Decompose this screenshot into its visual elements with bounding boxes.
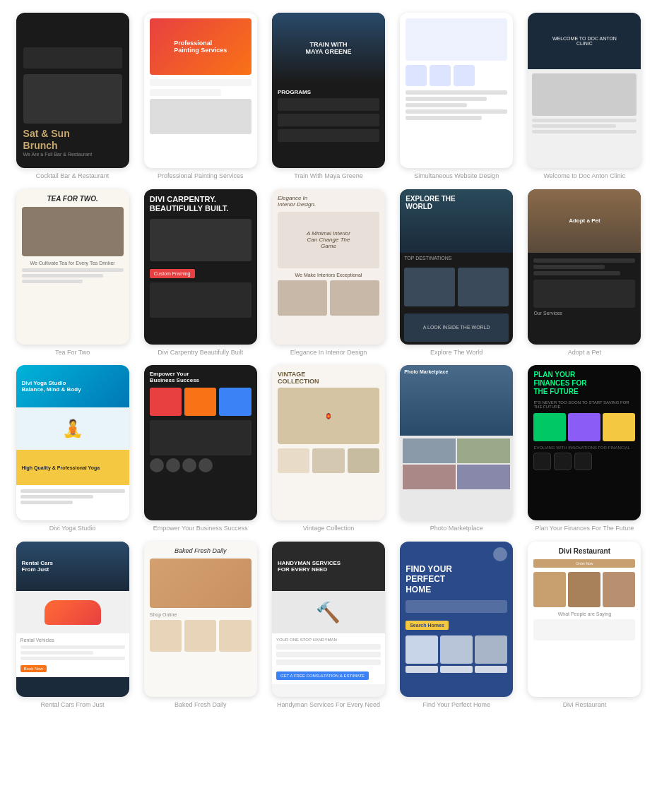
label-carpentry: Divi Carpentry Beautifully Built (158, 349, 243, 357)
card-yoga[interactable]: Divi Yoga StudioBalance, Mind & Body 🧘 H… (13, 365, 132, 533)
label-doctor: Welcome to Doc Anton Clinic (543, 172, 625, 181)
preview-business: Empower YourBusiness Success (144, 365, 257, 520)
card-simultaneous[interactable]: Simultaneous Website Design (397, 13, 516, 181)
preview-cocktail-bar: Sat & SunBrunch We Are a Full Bar & Rest… (16, 13, 129, 168)
label-tea: Tea For Two (55, 349, 90, 357)
card-painting-services[interactable]: ProfessionalPainting Services Profession… (141, 13, 260, 181)
card-finance[interactable]: PLAN YOURFINANCES FORTHE FUTURE IT'S NEV… (525, 365, 644, 533)
preview-bakery: Baked Fresh Daily Shop Online (144, 542, 257, 697)
card-divi-restaurant[interactable]: Divi Restaurant Order Now What People ar… (525, 542, 644, 710)
preview-interior: Elegance InInterior Design. A Minimal In… (272, 189, 385, 345)
card-business[interactable]: Empower YourBusiness Success Empower You… (141, 365, 260, 533)
card-adopt[interactable]: Adopt a Pet Our Services Adopt a Pet (525, 189, 644, 357)
card-tea[interactable]: TEA FOR TWO. We Cultivate Tea for Every … (13, 189, 132, 357)
label-handyman: Handyman Services For Every Need (277, 701, 380, 710)
label-finance: Plan Your Finances For The Future (535, 525, 634, 533)
label-simultaneous: Simultaneous Website Design (414, 172, 499, 181)
label-interior: Elegance In Interior Design (290, 349, 367, 357)
label-cocktail-bar: Cocktail Bar & Restaurant (36, 172, 110, 181)
preview-adopt: Adopt a Pet Our Services (528, 189, 641, 345)
label-bakery: Baked Fresh Daily (174, 701, 227, 710)
card-rental[interactable]: Rental CarsFrom Just Rental Vehicles Boo… (13, 542, 132, 710)
label-realestate: Find Your Perfect Home (422, 701, 490, 710)
card-cocktail-bar[interactable]: Sat & SunBrunch We Are a Full Bar & Rest… (13, 13, 132, 181)
card-personal-training[interactable]: TRAIN WITHMAYA GREENE PROGRAMS Train Wit… (268, 13, 388, 181)
preview-tea: TEA FOR TWO. We Cultivate Tea for Every … (16, 189, 129, 345)
label-rental: Rental Cars From Just (41, 701, 105, 710)
card-doctor[interactable]: WELCOME TO DOC ANTONCLINIC Welcome to Do… (525, 13, 644, 181)
preview-handyman: HANDYMAN SERVICESFOR EVERY NEED 🔨 YOUR O… (272, 542, 385, 697)
card-handyman[interactable]: HANDYMAN SERVICESFOR EVERY NEED 🔨 YOUR O… (268, 542, 388, 710)
label-travel: Explore The World (430, 349, 483, 357)
preview-travel: EXPLORE THEWORLD TOP DESTINATIONS A LOOK… (400, 189, 513, 345)
preview-simultaneous (400, 13, 513, 168)
preview-photos: Photo Marketplace (400, 365, 513, 520)
label-photos: Photo Marketplace (430, 525, 483, 533)
card-realestate[interactable]: FIND YOURPERFECTHOME Search Homes Find Y… (397, 542, 516, 710)
card-interior[interactable]: Elegance InInterior Design. A Minimal In… (268, 189, 388, 357)
preview-personal-training: TRAIN WITHMAYA GREENE PROGRAMS (272, 13, 385, 168)
preview-yoga: Divi Yoga StudioBalance, Mind & Body 🧘 H… (16, 365, 129, 520)
preview-vintage: VINTAGECOLLECTION 🏮 (272, 365, 385, 520)
preview-painting-services: ProfessionalPainting Services (144, 13, 257, 168)
label-divi-restaurant: Divi Restaurant (563, 701, 607, 710)
label-personal-training: Train With Maya Greene (294, 172, 363, 181)
template-grid: Sat & SunBrunch We Are a Full Bar & Rest… (0, 0, 657, 722)
preview-carpentry: DIVI CARPENTRY.BEAUTIFULLY BUILT. Custom… (144, 189, 257, 345)
label-business: Empower Your Business Success (153, 525, 248, 533)
preview-finance: PLAN YOURFINANCES FORTHE FUTURE IT'S NEV… (528, 365, 641, 520)
card-carpentry[interactable]: DIVI CARPENTRY.BEAUTIFULLY BUILT. Custom… (141, 189, 260, 357)
preview-divirestaurant: Divi Restaurant Order Now What People ar… (528, 542, 641, 697)
label-yoga: Divi Yoga Studio (49, 525, 96, 533)
card-vintage[interactable]: VINTAGECOLLECTION 🏮 Vintage Collection (268, 365, 388, 533)
card-bakery[interactable]: Baked Fresh Daily Shop Online Baked Fres… (141, 542, 260, 710)
preview-realestate: FIND YOURPERFECTHOME Search Homes (400, 542, 513, 697)
label-adopt: Adopt a Pet (568, 349, 601, 357)
preview-doctor: WELCOME TO DOC ANTONCLINIC (528, 13, 641, 168)
card-photos[interactable]: Photo Marketplace Photo Marketplace (397, 365, 516, 533)
preview-rental: Rental CarsFrom Just Rental Vehicles Boo… (16, 542, 129, 697)
card-travel[interactable]: EXPLORE THEWORLD TOP DESTINATIONS A LOOK… (397, 189, 516, 357)
label-vintage: Vintage Collection (303, 525, 354, 533)
label-painting-services: Professional Painting Services (158, 172, 244, 181)
